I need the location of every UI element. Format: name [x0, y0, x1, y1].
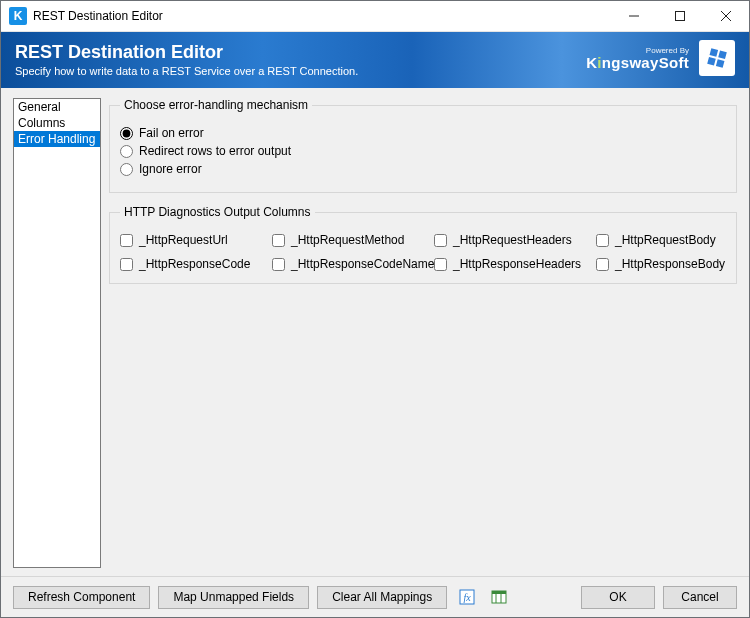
diag-col-label-2: _HttpRequestHeaders	[453, 233, 572, 247]
minimize-button[interactable]	[611, 1, 657, 31]
diag-col-checkbox-6[interactable]	[434, 258, 447, 271]
maximize-button[interactable]	[657, 1, 703, 31]
app-icon: K	[9, 7, 27, 25]
brand-logo-icon	[699, 40, 735, 76]
titlebar: K REST Destination Editor	[1, 1, 749, 32]
diag-col-label-5: _HttpResponseCodeName	[291, 257, 434, 271]
error-handling-group: Choose error-handling mechanism Fail on …	[109, 98, 737, 193]
refresh-component-button[interactable]: Refresh Component	[13, 586, 150, 609]
diag-col-checkbox-0[interactable]	[120, 234, 133, 247]
diag-col-label-3: _HttpRequestBody	[615, 233, 716, 247]
columns-icon[interactable]	[487, 585, 511, 609]
body: GeneralColumnsError Handling Choose erro…	[1, 88, 749, 576]
diag-col-label-4: _HttpResponseCode	[139, 257, 250, 271]
svg-rect-7	[492, 591, 506, 594]
error-option-label-0: Fail on error	[139, 126, 204, 140]
clear-mappings-button[interactable]: Clear All Mappings	[317, 586, 447, 609]
map-unmapped-button[interactable]: Map Unmapped Fields	[158, 586, 309, 609]
footer: Refresh Component Map Unmapped Fields Cl…	[1, 576, 749, 617]
window: K REST Destination Editor REST Destinati…	[0, 0, 750, 618]
fx-icon[interactable]: fx	[455, 585, 479, 609]
close-button[interactable]	[703, 1, 749, 31]
diag-col-httpresponsecode[interactable]: _HttpResponseCode	[120, 257, 272, 271]
diag-col-label-7: _HttpResponseBody	[615, 257, 725, 271]
diag-col-httpresponsebody[interactable]: _HttpResponseBody	[596, 257, 726, 271]
svg-rect-1	[676, 12, 685, 21]
brand-powered-label: Powered By	[586, 47, 689, 55]
diag-col-httprequestmethod[interactable]: _HttpRequestMethod	[272, 233, 434, 247]
ok-button[interactable]: OK	[581, 586, 655, 609]
header: REST Destination Editor Specify how to w…	[1, 32, 749, 88]
diag-col-httpresponseheaders[interactable]: _HttpResponseHeaders	[434, 257, 596, 271]
diag-col-checkbox-7[interactable]	[596, 258, 609, 271]
diag-col-httprequestheaders[interactable]: _HttpRequestHeaders	[434, 233, 596, 247]
diag-col-label-6: _HttpResponseHeaders	[453, 257, 581, 271]
error-option-radio-1[interactable]	[120, 145, 133, 158]
diag-col-checkbox-1[interactable]	[272, 234, 285, 247]
diagnostics-legend: HTTP Diagnostics Output Columns	[120, 205, 315, 219]
svg-text:fx: fx	[464, 592, 472, 603]
diag-col-checkbox-2[interactable]	[434, 234, 447, 247]
diag-col-label-0: _HttpRequestUrl	[139, 233, 228, 247]
diag-col-label-1: _HttpRequestMethod	[291, 233, 404, 247]
error-option-1[interactable]: Redirect rows to error output	[120, 144, 726, 158]
sidebar-item-columns[interactable]: Columns	[14, 115, 100, 131]
diag-col-httprequesturl[interactable]: _HttpRequestUrl	[120, 233, 272, 247]
window-title: REST Destination Editor	[33, 9, 163, 23]
error-option-radio-0[interactable]	[120, 127, 133, 140]
main-panel: Choose error-handling mechanism Fail on …	[109, 98, 737, 568]
error-option-0[interactable]: Fail on error	[120, 126, 726, 140]
diagnostics-group: HTTP Diagnostics Output Columns _HttpReq…	[109, 205, 737, 284]
error-option-radio-2[interactable]	[120, 163, 133, 176]
brand-name: KingswaySoft	[586, 55, 689, 70]
diag-col-checkbox-5[interactable]	[272, 258, 285, 271]
diag-col-checkbox-3[interactable]	[596, 234, 609, 247]
diag-col-checkbox-4[interactable]	[120, 258, 133, 271]
brand-block: Powered By KingswaySoft	[586, 40, 735, 76]
cancel-button[interactable]: Cancel	[663, 586, 737, 609]
sidebar-item-general[interactable]: General	[14, 99, 100, 115]
diag-col-httpresponsecodename[interactable]: _HttpResponseCodeName	[272, 257, 434, 271]
sidebar-item-error-handling[interactable]: Error Handling	[14, 131, 100, 147]
page-title: REST Destination Editor	[15, 43, 358, 63]
page-subtitle: Specify how to write data to a REST Serv…	[15, 65, 358, 77]
error-option-2[interactable]: Ignore error	[120, 162, 726, 176]
error-option-label-1: Redirect rows to error output	[139, 144, 291, 158]
error-handling-legend: Choose error-handling mechanism	[120, 98, 312, 112]
error-option-label-2: Ignore error	[139, 162, 202, 176]
diag-col-httprequestbody[interactable]: _HttpRequestBody	[596, 233, 726, 247]
sidebar: GeneralColumnsError Handling	[13, 98, 101, 568]
